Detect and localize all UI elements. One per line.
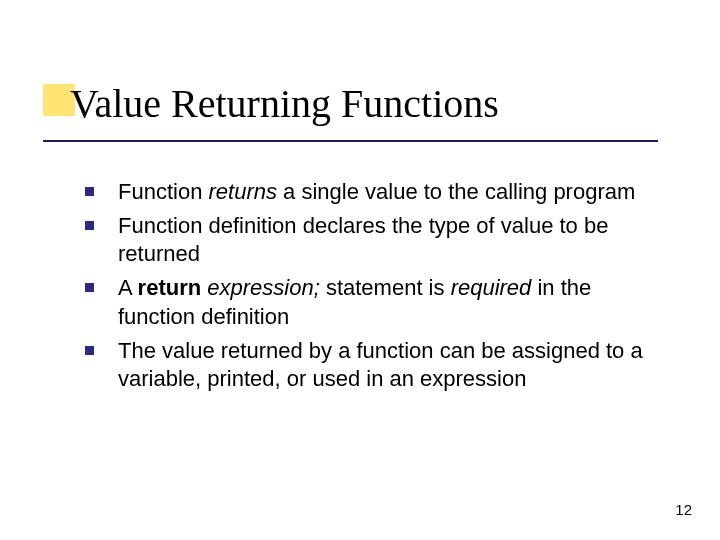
bullet-list: Function returns a single value to the c… (85, 178, 665, 399)
list-item: A return expression; statement is requir… (85, 274, 665, 330)
list-item-text: The value returned by a function can be … (118, 337, 665, 393)
list-item-text: Function definition declares the type of… (118, 212, 665, 268)
square-bullet-icon (85, 346, 94, 355)
square-bullet-icon (85, 187, 94, 196)
list-item: Function definition declares the type of… (85, 212, 665, 268)
square-bullet-icon (85, 283, 94, 292)
list-item-text: Function returns a single value to the c… (118, 178, 635, 206)
list-item: The value returned by a function can be … (85, 337, 665, 393)
list-item-text: A return expression; statement is requir… (118, 274, 665, 330)
slide-title: Value Returning Functions (70, 80, 499, 127)
title-underline (43, 140, 658, 142)
square-bullet-icon (85, 221, 94, 230)
list-item: Function returns a single value to the c… (85, 178, 665, 206)
title-container: Value Returning Functions (70, 80, 499, 127)
page-number: 12 (675, 501, 692, 518)
